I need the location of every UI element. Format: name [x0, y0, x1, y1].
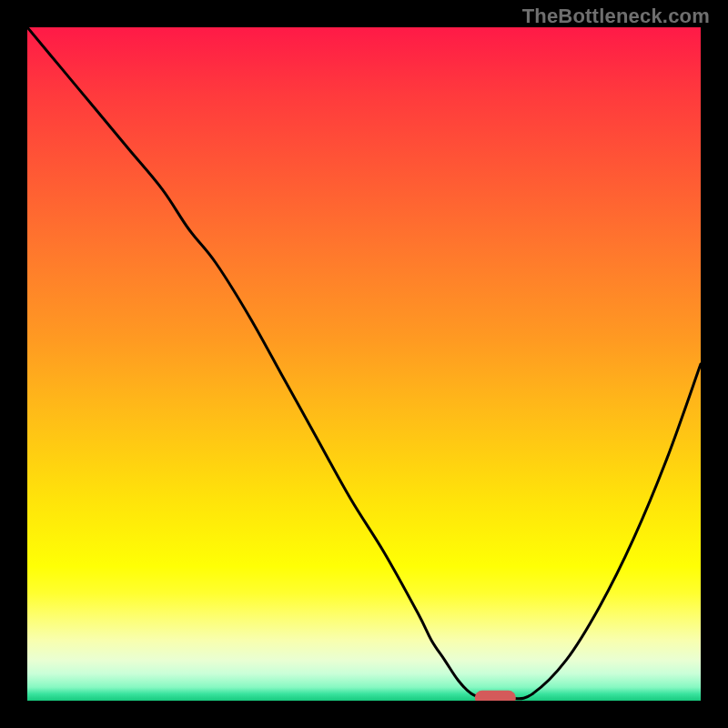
curve-layer	[27, 27, 701, 701]
bottleneck-curve	[27, 27, 701, 699]
optimal-marker	[475, 691, 515, 701]
watermark-text: TheBottleneck.com	[522, 5, 710, 28]
plot-area	[27, 27, 701, 701]
chart-frame: TheBottleneck.com	[0, 0, 728, 728]
